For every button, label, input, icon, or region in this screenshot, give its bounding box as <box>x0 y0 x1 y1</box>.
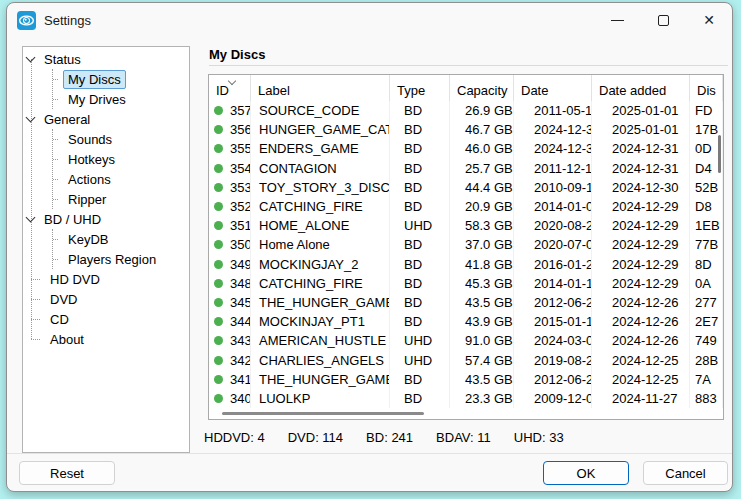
table-row[interactable]: 351HOME_ALONEUHD58.3 GB2020-08-262024-12… <box>209 216 723 235</box>
cell-label-text: TOY_STORY_3_DISC_1 <box>259 180 390 195</box>
disc-status-dot <box>214 164 223 173</box>
cell-date-added: 2024-12-29 <box>592 216 690 235</box>
cell-label: MOCKINGJAY_2 <box>251 255 390 274</box>
discs-table: IDLabelTypeCapacityDateDate addedDis 357… <box>208 74 724 420</box>
table-row[interactable]: 357SOURCE_CODEBD26.9 GB2011-05-192025-01… <box>209 101 723 120</box>
cell-label-text: CONTAGION <box>259 161 337 176</box>
sidebar-item-general[interactable]: General <box>23 109 189 129</box>
cell-id: 353 <box>209 178 251 197</box>
sidebar-item-bd-uhd[interactable]: BD / UHD <box>23 209 189 229</box>
table-row[interactable]: 353TOY_STORY_3_DISC_1BD44.4 GB2010-09-10… <box>209 178 723 197</box>
disc-status-dot <box>214 106 223 115</box>
cell-capacity-text: 46.0 GB <box>465 141 513 156</box>
minimize-button[interactable] <box>594 3 640 37</box>
cell-id-text: 349 <box>230 257 251 272</box>
table-row[interactable]: 352CATCHING_FIREBD20.9 GB2014-01-032024-… <box>209 197 723 216</box>
page-title: My Discs <box>209 47 265 62</box>
sidebar-item-about[interactable]: About <box>23 329 189 349</box>
cell-disc-id-text: D8 <box>695 199 712 214</box>
chevron-down-icon[interactable] <box>26 212 36 222</box>
cell-type-text: BD <box>404 237 422 252</box>
close-button[interactable]: ✕ <box>686 3 732 37</box>
title-bar[interactable]: Settings ✕ <box>7 3 732 39</box>
column-header-label: Date added <box>599 83 666 98</box>
sidebar-item-dvd[interactable]: DVD <box>23 289 189 309</box>
cell-id-text: 354 <box>230 161 251 176</box>
cell-date-added-text: 2024-12-29 <box>612 218 679 233</box>
column-header-id[interactable]: ID <box>209 75 251 101</box>
cell-id-text: 352 <box>230 199 251 214</box>
horizontal-scrollbar-thumb[interactable] <box>222 412 424 415</box>
table-row[interactable]: 344MOCKINJAY_PT1BD43.9 GB2015-01-152024-… <box>209 312 723 331</box>
cell-capacity: 23.3 GB <box>450 389 514 408</box>
status-count-dvd: DVD: 114 <box>288 430 343 445</box>
cell-date-added: 2024-12-30 <box>592 178 690 197</box>
cell-date: 2014-01-03 <box>514 197 592 216</box>
sidebar-item-sounds[interactable]: Sounds <box>53 129 189 149</box>
cell-date-added-text: 2024-12-29 <box>612 257 679 272</box>
cell-id: 349 <box>209 255 251 274</box>
table-row[interactable]: 343AMERICAN_HUSTLEUHD91.0 GB2024-03-0620… <box>209 331 723 350</box>
cell-date-text: 2019-08-21 <box>534 353 592 368</box>
cell-disc-id: D8 <box>690 197 723 216</box>
table-row[interactable]: 349MOCKINGJAY_2BD41.8 GB2016-01-272024-1… <box>209 255 723 274</box>
sidebar-item-cd[interactable]: CD <box>23 309 189 329</box>
column-header-label: Dis <box>697 83 716 98</box>
sidebar-item-my-drives[interactable]: My Drives <box>53 89 189 109</box>
sidebar-item-hotkeys[interactable]: Hotkeys <box>53 149 189 169</box>
table-row[interactable]: 348CATCHING_FIREBD45.3 GB2014-01-172024-… <box>209 274 723 293</box>
column-header-label[interactable]: Label <box>251 75 390 101</box>
sidebar-item-hd-dvd[interactable]: HD DVD <box>23 269 189 289</box>
tree-dash <box>31 299 40 300</box>
column-header-capacity[interactable]: Capacity <box>450 75 514 101</box>
cell-disc-id-text: 883 <box>695 391 717 406</box>
cell-label-text: THE_HUNGER_GAMES <box>259 372 390 387</box>
window-controls: ✕ <box>594 3 732 37</box>
cell-id-text: 341 <box>230 372 251 387</box>
column-header-type[interactable]: Type <box>390 75 450 101</box>
sidebar-item-label: KeyDB <box>63 230 113 249</box>
cell-date: 2009-12-06 <box>514 389 592 408</box>
sidebar-item-keydb[interactable]: KeyDB <box>53 229 189 249</box>
maximize-button[interactable] <box>640 3 686 37</box>
table-row[interactable]: 341THE_HUNGER_GAMESBD43.5 GB2012-06-2920… <box>209 370 723 389</box>
cell-date: 2020-07-03 <box>514 235 592 254</box>
column-header-date[interactable]: Date <box>514 75 592 101</box>
cell-disc-id-text: 7A <box>695 372 711 387</box>
table-row[interactable]: 350Home AloneBD37.0 GB2020-07-032024-12-… <box>209 235 723 254</box>
column-header-dis[interactable]: Dis <box>690 75 723 101</box>
sidebar-item-my-discs[interactable]: My Discs <box>53 69 189 89</box>
cell-id: 351 <box>209 216 251 235</box>
sidebar-item-players-region[interactable]: Players Region <box>53 249 189 269</box>
sidebar-item-status[interactable]: Status <box>23 49 189 69</box>
cell-date-text: 2020-07-03 <box>534 237 592 252</box>
table-row[interactable]: 345THE_HUNGER_GAMESBD43.5 GB2012-06-2920… <box>209 293 723 312</box>
chevron-down-icon[interactable] <box>26 52 36 62</box>
column-header-date-added[interactable]: Date added <box>592 75 690 101</box>
column-header-label: Type <box>397 83 425 98</box>
ok-button[interactable]: OK <box>543 461 629 485</box>
cell-id: 340 <box>209 389 251 408</box>
table-row[interactable]: 340LUOLKPBD23.3 GB2009-12-062024-11-2788… <box>209 389 723 408</box>
table-row[interactable]: 354CONTAGIONBD25.7 GB2011-12-152024-12-3… <box>209 159 723 178</box>
cell-date: 2011-05-19 <box>514 101 592 120</box>
cell-label: TOY_STORY_3_DISC_1 <box>251 178 390 197</box>
cell-date: 2024-03-06 <box>514 331 592 350</box>
disc-counts-statusbar: HDDVD: 4DVD: 114BD: 241BDAV: 11UHD: 33 <box>204 430 564 445</box>
cancel-button[interactable]: Cancel <box>643 461 728 485</box>
chevron-down-icon[interactable] <box>26 112 36 122</box>
vertical-scrollbar-thumb[interactable] <box>718 135 721 173</box>
reset-button[interactable]: Reset <box>19 461 115 485</box>
cell-disc-id: 277 <box>690 293 723 312</box>
table-row[interactable]: 356HUNGER_GAME_CATC...BD46.7 GB2024-12-3… <box>209 120 723 139</box>
sidebar-item-actions[interactable]: Actions <box>53 169 189 189</box>
cell-disc-id: 52B <box>690 178 723 197</box>
table-row[interactable]: 342CHARLIES_ANGELSUHD57.4 GB2019-08-2120… <box>209 350 723 369</box>
table-row[interactable]: 355ENDERS_GAMEBD46.0 GB2024-12-312024-12… <box>209 139 723 158</box>
cell-date-text: 2024-03-06 <box>534 333 592 348</box>
cell-type: BD <box>390 139 450 158</box>
tree-children-group: SoundsHotkeysActionsRipper <box>52 129 189 209</box>
cell-date-text: 2009-12-06 <box>534 391 592 406</box>
sidebar-item-ripper[interactable]: Ripper <box>53 189 189 209</box>
cell-type-text: UHD <box>404 218 432 233</box>
